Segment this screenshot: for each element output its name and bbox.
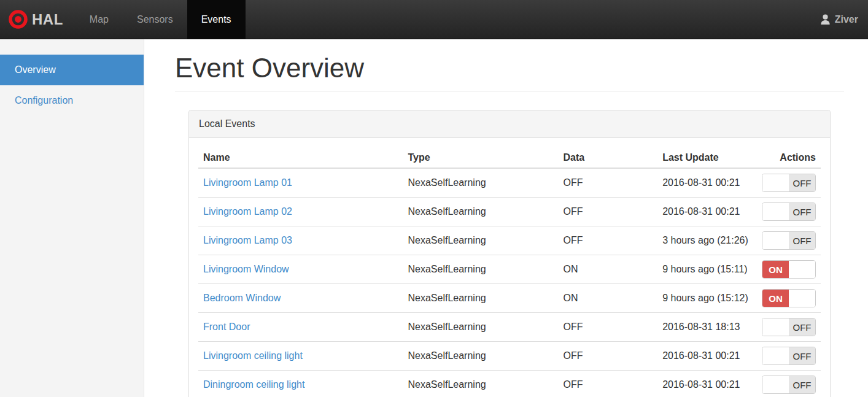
toggle-handle <box>762 347 789 364</box>
event-data: ON <box>558 255 657 284</box>
toggle-switch[interactable]: OFF <box>762 376 816 394</box>
user-menu[interactable]: Ziver <box>820 0 868 39</box>
toggle-state-label: ON <box>762 261 789 278</box>
event-data: OFF <box>558 168 657 198</box>
column-header: Data <box>558 147 657 168</box>
column-header: Last Update <box>657 147 757 168</box>
event-row: Livingroom Lamp 03 NexaSelfLearning OFF … <box>198 226 821 255</box>
event-type: NexaSelfLearning <box>403 198 559 226</box>
navbar-menu: Map Sensors Events <box>76 0 246 39</box>
event-last-update: 2016-08-31 00:21 <box>657 168 757 198</box>
event-type: NexaSelfLearning <box>403 342 559 371</box>
toggle-switch[interactable]: OFF <box>762 174 816 192</box>
table-header-row: Name Type Data Last Update Actions <box>198 147 821 168</box>
event-name-link[interactable]: Diningroom ceiling light <box>203 379 304 390</box>
page-layout: Overview Configuration Event Overview Lo… <box>0 39 868 397</box>
event-name-link[interactable]: Bedroom Window <box>203 293 281 303</box>
toggle-switch[interactable]: ON <box>762 260 816 279</box>
column-header: Type <box>403 147 559 168</box>
event-row: Livingroom Window NexaSelfLearning ON 9 … <box>198 255 821 284</box>
column-header: Actions <box>757 147 821 168</box>
toggle-state-label: OFF <box>789 232 815 249</box>
toggle-handle <box>762 376 789 393</box>
toggle-switch[interactable]: OFF <box>762 202 816 221</box>
toggle-state-label: OFF <box>789 376 815 393</box>
event-row: Livingroom ceiling light NexaSelfLearnin… <box>198 342 821 371</box>
column-header: Name <box>198 147 403 168</box>
event-type: NexaSelfLearning <box>403 168 559 198</box>
header-divider <box>175 91 844 91</box>
nav-item[interactable]: Map <box>76 0 123 39</box>
events-table: Name Type Data Last Update Actions <box>198 147 821 397</box>
toggle-handle <box>762 318 789 336</box>
toggle-switch[interactable]: OFF <box>762 231 816 250</box>
event-row: Front Door NexaSelfLearning OFF 2016-08-… <box>198 313 821 342</box>
event-last-update: 9 hours ago (15:11) <box>657 255 757 284</box>
toggle-handle <box>789 290 815 307</box>
event-last-update: 2016-08-31 00:21 <box>657 198 757 226</box>
event-data: ON <box>558 284 657 313</box>
person-icon <box>820 13 831 25</box>
top-navbar: HAL Map Sensors Events Ziver <box>0 0 868 39</box>
event-name-link[interactable]: Livingroom Lamp 03 <box>203 235 292 245</box>
event-last-update: 2016-08-31 18:13 <box>657 313 757 342</box>
event-data: OFF <box>558 313 657 342</box>
event-type: NexaSelfLearning <box>403 284 559 313</box>
toggle-handle <box>789 261 815 278</box>
toggle-switch[interactable]: ON <box>762 289 816 307</box>
event-type: NexaSelfLearning <box>403 226 559 255</box>
event-data: OFF <box>558 226 657 255</box>
toggle-handle <box>762 232 789 249</box>
event-type: NexaSelfLearning <box>403 255 559 284</box>
event-name-link[interactable]: Livingroom ceiling light <box>203 350 303 361</box>
event-last-update: 9 hours ago (15:12) <box>657 284 757 313</box>
nav-item[interactable]: Sensors <box>123 0 187 39</box>
toggle-switch[interactable]: OFF <box>762 318 816 336</box>
sidebar: Overview Configuration <box>0 39 144 397</box>
event-last-update: 2016-08-31 00:21 <box>657 342 757 371</box>
user-name: Ziver <box>835 14 858 25</box>
brand-label: HAL <box>32 11 63 28</box>
event-name-link[interactable]: Livingroom Lamp 01 <box>203 177 292 188</box>
event-row: Livingroom Lamp 02 NexaSelfLearning OFF … <box>198 198 821 226</box>
event-name-link[interactable]: Livingroom Lamp 02 <box>203 206 292 217</box>
toggle-switch[interactable]: OFF <box>762 347 816 365</box>
toggle-state-label: OFF <box>789 174 815 191</box>
bullseye-icon <box>9 10 28 29</box>
sidebar-item[interactable]: Configuration <box>0 85 144 116</box>
toggle-state-label: OFF <box>789 318 815 336</box>
page-title: Event Overview <box>175 54 844 82</box>
panel-title: Local Events <box>189 110 830 138</box>
event-type: NexaSelfLearning <box>403 371 559 397</box>
local-events-panel: Local Events Name Type Data Last Upd <box>188 110 831 397</box>
event-last-update: 3 hours ago (21:26) <box>657 226 757 255</box>
panel-body: Name Type Data Last Update Actions <box>189 138 830 397</box>
toggle-state-label: OFF <box>789 347 815 364</box>
toggle-state-label: OFF <box>789 203 815 220</box>
main-content: Event Overview Local Events Name Type Da… <box>144 39 868 397</box>
event-type: NexaSelfLearning <box>403 313 559 342</box>
brand[interactable]: HAL <box>0 0 67 39</box>
toggle-handle <box>762 174 789 191</box>
event-name-link[interactable]: Front Door <box>203 322 250 332</box>
toggle-handle <box>762 203 789 220</box>
event-name-link[interactable]: Livingroom Window <box>203 264 289 274</box>
nav-item[interactable]: Events <box>187 0 246 39</box>
event-data: OFF <box>558 371 657 397</box>
event-row: Livingroom Lamp 01 NexaSelfLearning OFF … <box>198 168 821 198</box>
sidebar-item[interactable]: Overview <box>0 55 144 85</box>
toggle-state-label: ON <box>762 290 789 307</box>
event-row: Bedroom Window NexaSelfLearning ON 9 hou… <box>198 284 821 313</box>
event-data: OFF <box>558 342 657 371</box>
event-data: OFF <box>558 198 657 226</box>
event-row: Diningroom ceiling light NexaSelfLearnin… <box>198 371 821 397</box>
event-last-update: 2016-08-31 00:21 <box>657 371 757 397</box>
